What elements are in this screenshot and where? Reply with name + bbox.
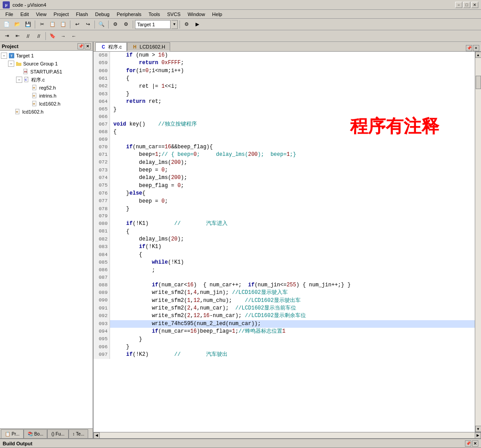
project-panel-close[interactable]: ✕ (85, 43, 91, 49)
line-content-085[interactable]: while(!K1) (110, 259, 475, 266)
cut-btn[interactable]: ✂ (37, 20, 47, 29)
line-content-067[interactable]: void key() //独立按键程序 (110, 121, 475, 128)
scroll-down-btn[interactable]: ▼ (475, 426, 481, 432)
target-dropdown-arrow[interactable]: ▼ (171, 20, 178, 29)
tab-books[interactable]: 📚 Bo... (24, 429, 48, 438)
paste-btn[interactable]: 📋 (58, 20, 68, 29)
menu-item-debug[interactable]: Debug (92, 11, 113, 18)
tree-item-lcd1602a[interactable]: H lcd1602.h (0, 100, 93, 108)
maximize-button[interactable]: □ (463, 2, 470, 8)
editor-close-btn[interactable]: ✕ (473, 45, 479, 51)
line-content-076[interactable]: }else{ (110, 190, 475, 197)
line-content-068[interactable]: { (110, 128, 475, 136)
find-btn[interactable]: 🔍 (97, 20, 106, 29)
line-content-097[interactable]: if(!K2) // 汽车驶出 (110, 351, 475, 358)
indent-btn[interactable]: ⇥ (2, 32, 12, 41)
line-content-094[interactable]: if(num_car==16)beep_flag=1;//蜂鸣器标志位置1 (110, 328, 475, 335)
tab-templates[interactable]: ↕ Te... (69, 429, 89, 438)
line-content-084[interactable]: { (110, 251, 475, 259)
new-file-btn[interactable]: 📄 (2, 20, 12, 29)
tree-item-reg52[interactable]: H reg52.h (0, 84, 93, 92)
line-content-080[interactable]: if(!K1) // 汽车进入 (110, 220, 475, 228)
build-btn[interactable]: ⚙ (110, 20, 120, 29)
tab-project[interactable]: 📋 Pr... (1, 429, 24, 438)
line-content-075[interactable]: beep_flag = 0; (110, 182, 475, 190)
debug-btn[interactable]: ▶ (192, 20, 202, 29)
uncomment-btn[interactable]: // (34, 32, 44, 41)
line-content-064[interactable]: return ret; (110, 98, 475, 106)
menu-item-flash[interactable]: Flash (73, 11, 92, 18)
line-content-065[interactable]: } (110, 106, 475, 114)
scroll-track[interactable] (475, 58, 481, 426)
menu-item-help[interactable]: Help (208, 11, 226, 18)
tree-item-startup[interactable]: AS STARTUP.A51 (0, 68, 93, 76)
code-scroll-area[interactable]: 程序有注释 058 if (num > 16)059 return 0xFFFF… (94, 52, 475, 432)
build-output-pin[interactable]: 📌 (465, 440, 471, 447)
vertical-scrollbar[interactable]: ▲ ▼ (475, 52, 481, 432)
line-content-063[interactable]: } (110, 90, 475, 98)
tree-item-target1[interactable]: − T Target 1 (0, 52, 93, 60)
redo-btn[interactable]: ↪ (83, 20, 93, 29)
tree-item-chengxu[interactable]: − C 程序.c (0, 76, 93, 84)
expand-chengxu[interactable]: − (16, 77, 22, 83)
line-content-069[interactable] (110, 136, 475, 143)
scroll-left-btn[interactable]: ◀ (94, 432, 100, 439)
menu-item-project[interactable]: Project (50, 11, 72, 18)
bookmark-btn[interactable]: 🔖 (48, 32, 57, 41)
scroll-thumb[interactable] (476, 76, 481, 89)
editor-tab-chengxu[interactable]: C 程序.c (95, 42, 127, 51)
line-content-087[interactable] (110, 274, 475, 281)
line-content-091[interactable]: write_sfm2(2,4,num_car); //LCD1602显示当前车位 (110, 305, 475, 312)
options-btn[interactable]: ⚙ (182, 20, 192, 29)
line-content-082[interactable]: delay_lms(20); (110, 236, 475, 243)
line-content-086[interactable]: ; (110, 267, 475, 274)
menu-item-svcs[interactable]: SVCS (163, 11, 184, 18)
comment-btn[interactable]: // (23, 32, 33, 41)
line-content-079[interactable] (110, 213, 475, 220)
line-content-071[interactable]: beep=1;// { beep=0; delay_lms(200); beep… (110, 151, 475, 159)
line-content-062[interactable]: ret |= 1<<i; (110, 83, 475, 90)
tree-item-lcd1602b[interactable]: H lcd1602.h (0, 108, 93, 116)
scroll-up-btn[interactable]: ▲ (475, 52, 481, 58)
line-content-092[interactable]: write_sfm2(2,12,16-num_car); //LCD1602显示… (110, 312, 475, 320)
next-bookmark-btn[interactable]: → (58, 32, 68, 41)
line-content-059[interactable]: return 0xFFFF; (110, 59, 475, 67)
menu-item-tools[interactable]: Tools (145, 11, 164, 18)
horizontal-scrollbar[interactable]: ◀ ▶ (94, 432, 481, 438)
project-panel-pin[interactable]: 📌 (77, 43, 84, 49)
open-btn[interactable]: 📂 (12, 20, 22, 29)
line-content-060[interactable]: for(i=0;i<num;i++) (110, 67, 475, 75)
line-content-072[interactable]: delay_lms(200); (110, 159, 475, 167)
tree-item-source-group[interactable]: − Source Group 1 (0, 60, 93, 68)
menu-item-file[interactable]: File (2, 11, 17, 18)
line-content-058[interactable]: if (num > 16) (110, 52, 475, 59)
undo-btn[interactable]: ↩ (72, 20, 82, 29)
line-content-089[interactable]: write_sfm2(1,4,num_jin); //LCD1602显示驶入车 (110, 289, 475, 297)
hscroll-track[interactable] (100, 432, 475, 438)
menu-item-view[interactable]: View (33, 11, 50, 18)
menu-item-edit[interactable]: Edit (17, 11, 33, 18)
tree-item-intrins[interactable]: H intrins.h (0, 92, 93, 100)
minimize-button[interactable]: − (455, 2, 462, 8)
menu-item-peripherals[interactable]: Peripherals (113, 11, 145, 18)
expand-source-group[interactable]: − (8, 61, 14, 67)
line-content-090[interactable]: write_sfm2(1,12,num_chu); //LCD1602显示驶出车 (110, 297, 475, 305)
target-selector[interactable]: Target 1 (135, 20, 171, 29)
line-content-073[interactable]: beep = 0; (110, 167, 475, 174)
prev-bookmark-btn[interactable]: ← (69, 32, 79, 41)
editor-pin-btn[interactable]: 📌 (466, 45, 472, 51)
outdent-btn[interactable]: ⇤ (12, 32, 22, 41)
line-content-083[interactable]: if(!K1) (110, 243, 475, 251)
line-content-093[interactable]: write_74hc595(num_2_led(num_car)); (110, 320, 475, 328)
copy-btn[interactable]: 📋 (48, 20, 57, 29)
line-content-088[interactable]: if(num_car<16) { num_car++; if(num_jin<=… (110, 281, 475, 289)
line-content-066[interactable] (110, 114, 475, 121)
line-content-070[interactable]: if(num_car==16&&beep_flag){ (110, 143, 475, 151)
line-content-078[interactable]: } (110, 205, 475, 213)
menu-item-window[interactable]: Window (184, 11, 208, 18)
line-content-095[interactable]: } (110, 336, 475, 343)
line-content-077[interactable]: beep = 0; (110, 198, 475, 205)
editor-tab-lcd1602h[interactable]: H LCD1602.H (127, 42, 170, 51)
line-content-074[interactable]: delay_lms(200); (110, 174, 475, 182)
tab-functions[interactable]: () Fu... (47, 429, 68, 438)
